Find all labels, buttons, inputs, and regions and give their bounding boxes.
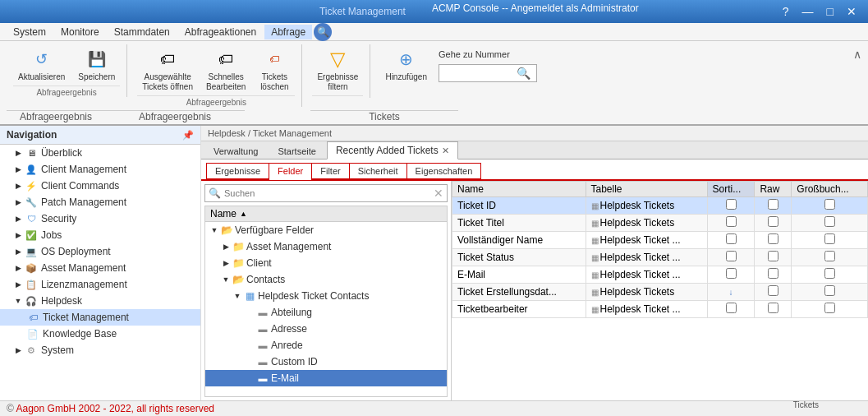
- cell-sort-2[interactable]: [707, 232, 755, 249]
- tree-item-verfugbare[interactable]: ▼ 📂 Verfügbare Felder: [205, 222, 447, 238]
- col-sorti[interactable]: Sorti...: [707, 182, 755, 197]
- subtab-filter[interactable]: Filter: [312, 164, 349, 178]
- tree-item-email[interactable]: ▬ E-Mail: [205, 370, 447, 386]
- tab-recently-added[interactable]: Recently Added Tickets ✕: [327, 141, 458, 159]
- gross-check-5[interactable]: [824, 285, 835, 296]
- quick-edit-button[interactable]: 🏷 SchnellesBearbeiten: [201, 44, 250, 94]
- delete-tickets-button[interactable]: 🏷 Ticketslöschen: [254, 44, 295, 94]
- cell-raw-5[interactable]: [755, 284, 792, 301]
- tree-item-customid[interactable]: ▬ Custom ID: [205, 354, 447, 370]
- tree-item-asset-mgmt[interactable]: ▶ 📁 Asset Management: [205, 238, 447, 255]
- col-name[interactable]: Name: [452, 182, 586, 197]
- sidebar-item-knowledge-base[interactable]: 📄 Knowledge Base: [0, 326, 200, 342]
- search-clear-icon[interactable]: ✕: [434, 187, 443, 200]
- col-raw[interactable]: Raw: [755, 182, 792, 197]
- tab-verwaltung[interactable]: Verwaltung: [204, 143, 267, 159]
- expand-arrow-security[interactable]: ▶: [13, 214, 23, 224]
- tree-item-contacts[interactable]: ▼ 📂 Contacts: [205, 271, 447, 288]
- tab-close-icon[interactable]: ✕: [442, 146, 449, 156]
- cell-raw-1[interactable]: [755, 215, 792, 232]
- cell-sort-4[interactable]: [707, 266, 755, 284]
- copyright-link[interactable]: Aagon GmbH 2002 - 2022, all rights reser…: [16, 403, 214, 414]
- expand-arrow-os[interactable]: ▶: [13, 247, 23, 257]
- gross-check-1[interactable]: [824, 216, 835, 227]
- cell-gross-3[interactable]: [792, 249, 868, 266]
- save-button[interactable]: 💾 Speichern: [73, 44, 120, 84]
- gross-check-4[interactable]: [824, 268, 835, 279]
- ribbon-collapse-button[interactable]: ∧: [853, 48, 861, 61]
- cell-gross-2[interactable]: [792, 232, 868, 249]
- sidebar-item-ticket-management[interactable]: 🏷 Ticket Management: [0, 309, 200, 326]
- sidebar-item-os[interactable]: ▶ 💻 OS Deployment: [0, 243, 200, 260]
- raw-check-0[interactable]: [768, 199, 778, 210]
- tree-item-anrede[interactable]: ▬ Anrede: [205, 337, 447, 354]
- table-row[interactable]: Ticket ID ▦Helpdesk Tickets: [452, 197, 868, 215]
- tree-item-abteilung[interactable]: ▬ Abteilung: [205, 304, 447, 321]
- cell-sort-3[interactable]: [707, 249, 755, 266]
- table-row[interactable]: Ticket Status ▦Helpdesk Ticket ...: [452, 249, 868, 266]
- cell-gross-1[interactable]: [792, 215, 868, 232]
- tree-item-adresse[interactable]: ▬ Adresse: [205, 321, 447, 337]
- raw-check-4[interactable]: [768, 268, 778, 279]
- tree-expand-client[interactable]: ▶: [220, 259, 232, 267]
- menu-abfrageaktionen[interactable]: Abfrageaktionen: [178, 25, 263, 39]
- sidebar-item-lizenz[interactable]: ▶ 📋 Lizenzmanagement: [0, 276, 200, 293]
- tree-expand-asset[interactable]: ▶: [220, 243, 232, 251]
- open-tickets-button[interactable]: 🏷 AusgewählteTickets öffnen: [137, 44, 198, 94]
- add-button[interactable]: ⊕ Hinzufügen: [380, 44, 432, 84]
- expand-arrow-commands[interactable]: ▶: [13, 181, 23, 191]
- expand-arrow-jobs[interactable]: ▶: [13, 230, 23, 240]
- help-button[interactable]: ?: [778, 5, 794, 18]
- menu-monitore[interactable]: Monitore: [54, 25, 106, 39]
- expand-arrow-uberblick[interactable]: ▶: [13, 148, 23, 158]
- col-gross[interactable]: Großbuch...: [792, 182, 868, 197]
- expand-arrow-client[interactable]: ▶: [13, 164, 23, 174]
- sort-check-0[interactable]: [726, 199, 737, 210]
- search-input[interactable]: [224, 188, 434, 198]
- expand-arrow-patch[interactable]: ▶: [13, 197, 23, 207]
- gross-check-0[interactable]: [824, 199, 835, 210]
- sort-check-4[interactable]: [726, 268, 737, 279]
- cell-gross-0[interactable]: [792, 197, 868, 215]
- goto-search-icon[interactable]: 🔍: [517, 67, 530, 80]
- sidebar-item-client-commands[interactable]: ▶ ⚡ Client Commands: [0, 178, 200, 194]
- cell-sort-0[interactable]: [707, 197, 755, 215]
- gross-check-6[interactable]: [824, 303, 835, 313]
- menu-stammdaten[interactable]: Stammdaten: [108, 25, 177, 39]
- menu-abfrage[interactable]: Abfrage: [264, 25, 312, 39]
- expand-arrow-helpdesk[interactable]: ▼: [13, 296, 23, 306]
- expand-arrow-lizenz[interactable]: ▶: [13, 280, 23, 289]
- sort-check-6[interactable]: [726, 303, 737, 313]
- sidebar-item-helpdesk[interactable]: ▼ 🎧 Helpdesk: [0, 293, 200, 309]
- menubar-search-icon[interactable]: 🔍: [314, 23, 332, 41]
- cell-raw-0[interactable]: [755, 197, 792, 215]
- tree-item-client[interactable]: ▶ 📁 Client: [205, 255, 447, 271]
- sidebar-item-patch[interactable]: ▶ 🔧 Patch Management: [0, 194, 200, 210]
- cell-gross-6[interactable]: [792, 301, 868, 318]
- tree-expand-hcontacts[interactable]: ▼: [232, 292, 243, 300]
- sidebar-item-jobs[interactable]: ▶ ✅ Jobs: [0, 227, 200, 243]
- table-row[interactable]: E-Mail ▦Helpdesk Ticket ...: [452, 266, 868, 284]
- col-tabelle[interactable]: Tabelle: [586, 182, 707, 197]
- expand-arrow-asset[interactable]: ▶: [13, 263, 23, 273]
- cell-gross-5[interactable]: [792, 284, 868, 301]
- cell-sort-5[interactable]: ↓: [707, 284, 755, 301]
- sidebar-item-security[interactable]: ▶ 🛡 Security: [0, 210, 200, 227]
- table-row[interactable]: Ticket Erstellungsdat... ▦Helpdesk Ticke…: [452, 284, 868, 301]
- tree-expand-contacts[interactable]: ▼: [220, 275, 232, 284]
- gross-check-2[interactable]: [824, 233, 835, 244]
- cell-raw-2[interactable]: [755, 232, 792, 249]
- tab-startseite[interactable]: Startseite: [269, 143, 324, 159]
- cell-sort-6[interactable]: [707, 301, 755, 318]
- sort-check-3[interactable]: [726, 251, 737, 261]
- subtab-ergebnisse[interactable]: Ergebnisse: [207, 164, 269, 178]
- raw-check-2[interactable]: [768, 233, 778, 244]
- sort-check-1[interactable]: [726, 216, 737, 227]
- sidebar-item-asset[interactable]: ▶ 📦 Asset Management: [0, 260, 200, 276]
- subtab-eigenschaften[interactable]: Eigenschaften: [407, 164, 481, 178]
- subtab-sicherheit[interactable]: Sicherheit: [350, 164, 407, 178]
- sidebar-item-client-management[interactable]: ▶ 👤 Client Management: [0, 161, 200, 178]
- menu-system[interactable]: System: [7, 25, 53, 39]
- filter-button[interactable]: ▽ Ergebnissefiltern: [312, 44, 363, 94]
- maximize-button[interactable]: □: [822, 5, 838, 18]
